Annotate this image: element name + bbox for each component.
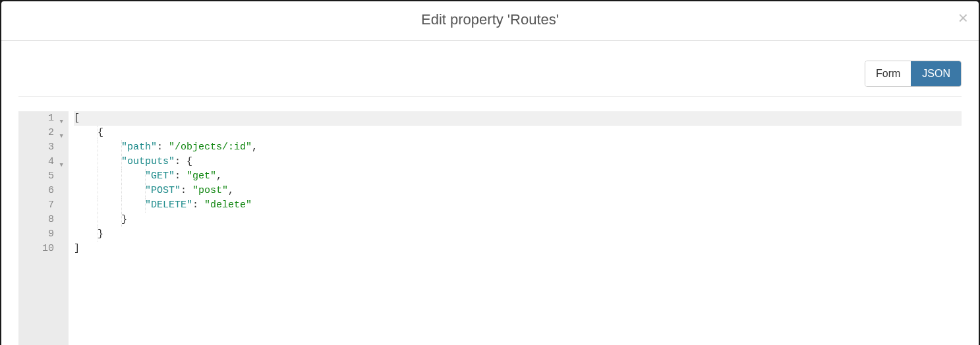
gutter-line: 2▼ [25, 126, 62, 140]
modal-title: Edit property 'Routes' [421, 11, 559, 28]
edit-property-modal: Edit property 'Routes' × Form JSON 1▼2▼3… [1, 1, 979, 345]
gutter-line: 5 [25, 169, 62, 184]
gutter-line: 1▼ [25, 111, 62, 126]
code-text: { [74, 127, 103, 138]
code-line[interactable]: "path": "/objects/:id", [74, 140, 962, 155]
view-toggle-group: Form JSON [865, 61, 962, 87]
editor-gutter: 1▼2▼34▼5678910 [18, 111, 69, 345]
indent-guide [121, 213, 122, 227]
code-text: "path": "/objects/:id", [74, 142, 258, 153]
code-text: "GET": "get", [74, 171, 222, 182]
indent-guide [121, 155, 122, 169]
indent-guide [98, 126, 98, 140]
indent-guide [98, 140, 98, 155]
gutter-line: 7 [25, 198, 62, 213]
view-toolbar: Form JSON [18, 41, 962, 97]
json-tab-button[interactable]: JSON [911, 61, 961, 86]
indent-guide [145, 198, 146, 213]
gutter-line: 6 [25, 184, 62, 198]
form-tab-button[interactable]: Form [865, 61, 911, 86]
code-line[interactable]: [ [74, 111, 962, 126]
code-text: } [74, 228, 103, 240]
indent-guide [121, 169, 122, 184]
indent-guide [145, 169, 146, 184]
code-line[interactable]: "outputs": { [74, 155, 962, 169]
indent-guide [98, 198, 98, 213]
json-editor[interactable]: 1▼2▼34▼5678910 [ { "path": "/objects/:id… [18, 111, 962, 345]
indent-guide [98, 227, 98, 242]
modal-body: Form JSON 1▼2▼34▼5678910 [ { "path": "/o… [1, 41, 979, 345]
code-line[interactable]: } [74, 213, 962, 227]
code-line[interactable]: ] [74, 242, 962, 256]
code-text: [ [74, 113, 80, 124]
indent-guide [121, 140, 122, 155]
code-text: ] [74, 243, 80, 254]
indent-guide [98, 169, 98, 184]
code-line[interactable]: "GET": "get", [74, 169, 962, 184]
code-line[interactable]: "POST": "post", [74, 184, 962, 198]
gutter-line: 4▼ [25, 155, 62, 169]
code-text: "outputs": { [74, 156, 192, 167]
code-line[interactable]: } [74, 227, 962, 242]
gutter-line: 9 [25, 227, 62, 242]
indent-guide [121, 198, 122, 213]
indent-guide [145, 184, 146, 198]
code-line[interactable]: { [74, 126, 962, 140]
code-line[interactable]: "DELETE": "delete" [74, 198, 962, 213]
gutter-line: 3 [25, 140, 62, 155]
editor-code-area[interactable]: [ { "path": "/objects/:id", "outputs": {… [69, 111, 962, 345]
indent-guide [121, 184, 122, 198]
code-text: "DELETE": "delete" [74, 199, 252, 211]
code-text: } [74, 214, 127, 225]
indent-guide [98, 155, 98, 169]
indent-guide [98, 184, 98, 198]
close-icon[interactable]: × [958, 9, 968, 26]
gutter-line: 8 [25, 213, 62, 227]
gutter-line: 10 [25, 242, 62, 256]
modal-header: Edit property 'Routes' × [1, 1, 979, 41]
indent-guide [98, 213, 98, 227]
